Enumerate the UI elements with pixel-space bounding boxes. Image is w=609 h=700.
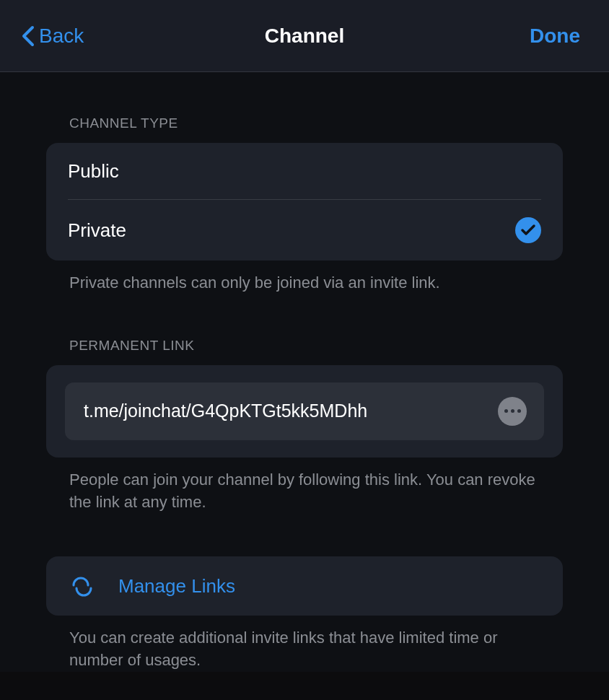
manage-links-footer: You can create additional invite links t… bbox=[46, 627, 563, 672]
permanent-link-text: t.me/joinchat/G4QpKTGt5kk5MDhh bbox=[84, 401, 367, 421]
channel-type-card: Public Private bbox=[46, 143, 563, 261]
option-label: Public bbox=[68, 160, 119, 183]
option-label: Private bbox=[68, 219, 126, 242]
back-label: Back bbox=[39, 25, 84, 48]
checkmark-icon bbox=[515, 217, 541, 243]
back-button[interactable]: Back bbox=[22, 25, 84, 48]
content: CHANNEL TYPE Public Private Private chan… bbox=[0, 72, 609, 672]
done-button[interactable]: Done bbox=[530, 25, 580, 48]
channel-type-header: CHANNEL TYPE bbox=[46, 115, 563, 131]
channel-type-public[interactable]: Public bbox=[46, 143, 563, 200]
link-icon bbox=[68, 572, 97, 600]
permanent-link-footer: People can join your channel by followin… bbox=[46, 469, 563, 514]
header: Back Channel Done bbox=[0, 0, 609, 72]
manage-links-button[interactable]: Manage Links bbox=[46, 556, 563, 616]
permanent-link-card: t.me/joinchat/G4QpKTGt5kk5MDhh bbox=[46, 365, 563, 458]
channel-type-private[interactable]: Private bbox=[46, 200, 563, 261]
channel-type-footer: Private channels can only be joined via … bbox=[46, 272, 563, 294]
chevron-left-icon bbox=[22, 25, 35, 47]
manage-links-label: Manage Links bbox=[118, 575, 235, 598]
permanent-link-header: PERMANENT LINK bbox=[46, 338, 563, 354]
ellipsis-icon[interactable] bbox=[498, 397, 527, 426]
page-title: Channel bbox=[265, 25, 344, 48]
permanent-link-box[interactable]: t.me/joinchat/G4QpKTGt5kk5MDhh bbox=[65, 382, 544, 440]
